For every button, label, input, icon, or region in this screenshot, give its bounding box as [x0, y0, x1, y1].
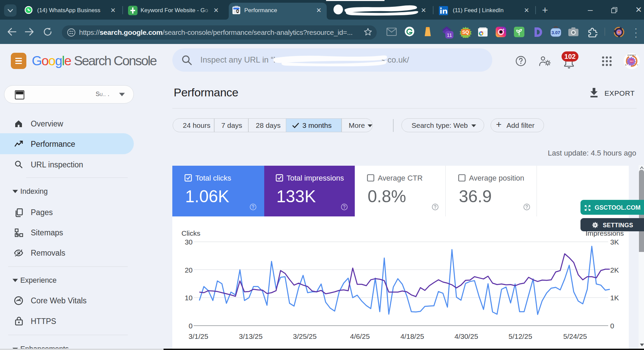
svg-text:3.07: 3.07 [551, 30, 560, 35]
svg-text:SQ: SQ [462, 29, 469, 35]
svg-text:Y: Y [637, 64, 638, 66]
svg-text:SEO: SEO [617, 31, 621, 33]
svg-text:S: S [625, 64, 626, 66]
svg-text:AGENCY: AGENCY [627, 54, 636, 56]
svg-text:SEO: SEO [630, 60, 634, 62]
svg-text:11: 11 [447, 32, 452, 38]
